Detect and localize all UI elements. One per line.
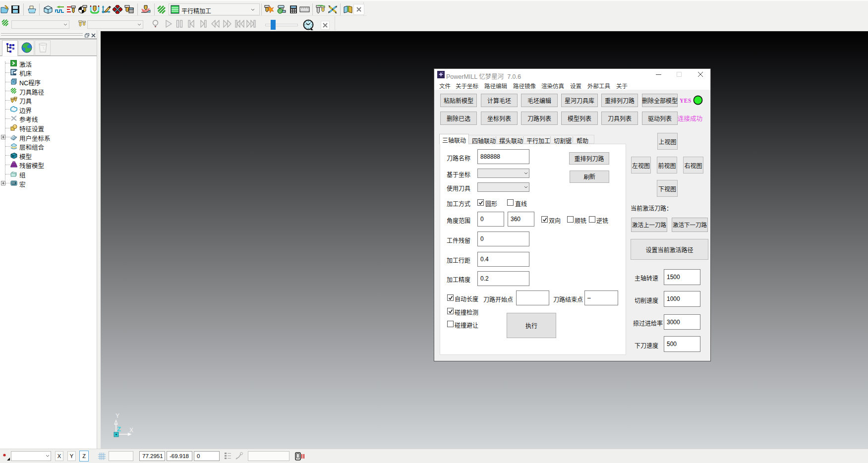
- svg-text:Y: Y: [116, 412, 119, 419]
- svg-text:X: X: [129, 427, 133, 434]
- svg-text:Z: Z: [117, 425, 121, 433]
